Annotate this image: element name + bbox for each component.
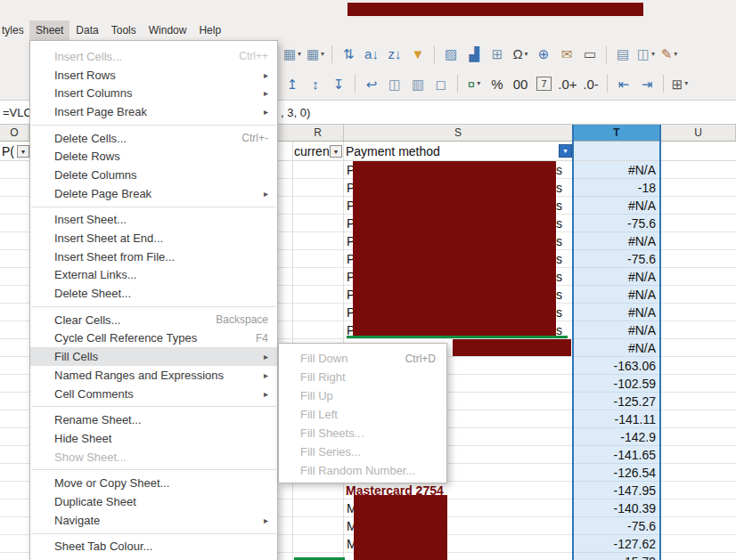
- sort-ascending-icon[interactable]: a↓: [361, 44, 382, 65]
- freeze-panes-icon[interactable]: ◫▾: [635, 44, 657, 65]
- cell-t17[interactable]: -142.9: [573, 428, 661, 446]
- headers-footers-icon[interactable]: ▤: [612, 44, 634, 65]
- merge-cells-icon[interactable]: ▥: [407, 73, 429, 94]
- submenu-item-fill-sheets[interactable]: Fill Sheets...: [279, 424, 446, 442]
- menubar-item-tyles[interactable]: tyles: [0, 20, 29, 40]
- column-header-t[interactable]: T: [573, 125, 661, 141]
- autofilter-icon[interactable]: ▼: [407, 44, 429, 65]
- format-number-icon[interactable]: 00: [510, 73, 531, 94]
- merge-center-cells-icon[interactable]: ◫: [384, 73, 405, 94]
- cell-t14[interactable]: -102.59: [573, 375, 661, 393]
- cell-t21[interactable]: -140.39: [573, 499, 661, 517]
- cell-t5[interactable]: -75.6: [573, 215, 661, 232]
- menubar-item-window[interactable]: Window: [143, 20, 193, 40]
- menu-item-delete-columns[interactable]: Delete Columns: [30, 166, 277, 184]
- cell-t6[interactable]: #N/A: [573, 232, 661, 250]
- autofilter-dropdown-icon[interactable]: ▼: [17, 145, 29, 158]
- pivot-table-icon[interactable]: ⊞: [487, 44, 508, 65]
- cell-t23[interactable]: -127.62: [573, 535, 661, 553]
- insert-image-icon[interactable]: ▨: [440, 44, 462, 65]
- submenu-item-fill-up[interactable]: Fill Up: [279, 386, 446, 405]
- menu-item-hide-sheet[interactable]: Hide Sheet: [30, 429, 277, 448]
- format-currency-icon[interactable]: ¤▾: [463, 73, 485, 94]
- menu-item-insert-sheet[interactable]: Insert Sheet...: [30, 211, 277, 230]
- menu-item-duplicate-sheet[interactable]: Duplicate Sheet: [30, 492, 277, 511]
- borders-icon[interactable]: ⊞▾: [669, 73, 691, 94]
- insert-text-box-icon[interactable]: ▭: [579, 44, 601, 65]
- submenu-item-fill-series[interactable]: Fill Series...: [279, 442, 446, 461]
- special-character-icon[interactable]: Ω▾: [510, 44, 531, 65]
- menu-item-delete-cells[interactable]: Delete Cells...Ctrl+-: [30, 129, 277, 148]
- cell-t11[interactable]: #N/A: [573, 321, 661, 339]
- column-header-s[interactable]: S: [344, 125, 573, 141]
- menu-item-cell-comments[interactable]: Cell Comments▸: [30, 385, 277, 403]
- cell-r1[interactable]: currenc ▼: [292, 142, 344, 161]
- draw-functions-icon[interactable]: ✎▾: [658, 44, 680, 65]
- cell-t15[interactable]: -125.27: [573, 393, 661, 410]
- menu-item-clear-cells[interactable]: Clear Cells...Backspace: [30, 311, 277, 329]
- menu-item-sheet-events[interactable]: Sheet Events...: [30, 556, 277, 560]
- menu-item-sheet-tab-colour[interactable]: Sheet Tab Colour...: [30, 538, 277, 556]
- cell-t9[interactable]: #N/A: [573, 286, 661, 304]
- cell-t3[interactable]: -18: [573, 179, 661, 197]
- increase-indent-icon[interactable]: ⇥: [636, 73, 658, 94]
- submenu-item-fill-random-number[interactable]: Fill Random Number...: [279, 461, 446, 480]
- cell-t24[interactable]: -15.79: [573, 553, 661, 560]
- menu-item-insert-columns[interactable]: Insert Columns▸: [30, 84, 277, 102]
- menu-item-delete-sheet[interactable]: Delete Sheet...: [30, 284, 277, 303]
- menubar-item-help[interactable]: Help: [192, 20, 227, 40]
- menu-item-show-sheet[interactable]: Show Sheet...: [30, 448, 277, 467]
- cell-t19[interactable]: -126.54: [573, 464, 661, 482]
- align-top-icon[interactable]: ↥: [282, 73, 303, 94]
- menu-item-rename-sheet[interactable]: Rename Sheet...: [30, 410, 277, 429]
- cell-t12[interactable]: #N/A: [573, 339, 661, 357]
- column-header-u[interactable]: U: [661, 125, 736, 141]
- autofilter-dropdown-icon[interactable]: ▼: [330, 145, 342, 158]
- menu-item-delete-rows[interactable]: Delete Rows: [30, 147, 277, 166]
- cell-t20[interactable]: -147.95: [573, 482, 661, 499]
- sort-icon[interactable]: ⇅: [338, 44, 359, 65]
- decrease-indent-icon[interactable]: ⇤: [613, 73, 634, 94]
- insert-comment-icon[interactable]: ✉: [556, 44, 577, 65]
- align-bottom-icon[interactable]: ↧: [328, 73, 349, 94]
- delete-decimal-icon[interactable]: .0-: [580, 73, 601, 94]
- cell-t16[interactable]: -141.11: [573, 410, 661, 428]
- menu-item-insert-page-break[interactable]: Insert Page Break▸: [30, 102, 277, 121]
- cell-t2[interactable]: #N/A: [573, 161, 661, 179]
- menu-item-fill-cells[interactable]: Fill Cells▸: [30, 347, 277, 366]
- menu-item-cycle-cell-reference-types[interactable]: Cycle Cell Reference TypesF4: [30, 329, 277, 348]
- format-percent-icon[interactable]: %: [487, 73, 508, 94]
- table-columns-icon[interactable]: ▦▾: [305, 44, 326, 65]
- cell-t10[interactable]: #N/A: [573, 304, 661, 321]
- menu-item-external-links[interactable]: External Links...: [30, 266, 277, 285]
- sort-descending-icon[interactable]: z↓: [384, 44, 405, 65]
- unmerge-cells-icon[interactable]: ◻: [430, 73, 452, 94]
- format-date-icon[interactable]: 7: [536, 77, 552, 91]
- cell-o1[interactable]: P( ▼: [0, 142, 29, 161]
- cell-t4[interactable]: #N/A: [573, 197, 661, 215]
- center-vertically-icon[interactable]: ↕: [305, 73, 326, 94]
- menubar-item-sheet[interactable]: Sheet: [29, 20, 70, 40]
- menu-item-navigate[interactable]: Navigate▸: [30, 511, 277, 530]
- column-header-o[interactable]: O: [0, 125, 29, 141]
- cell-t22[interactable]: -75.6: [573, 517, 661, 535]
- menu-item-insert-cells[interactable]: Insert Cells...Ctrl++: [30, 47, 277, 66]
- submenu-item-fill-left[interactable]: Fill Left: [279, 405, 446, 424]
- autofilter-active-dropdown-icon[interactable]: ▼: [559, 144, 572, 158]
- menu-item-move-or-copy-sheet[interactable]: Move or Copy Sheet...: [30, 474, 277, 492]
- menu-item-named-ranges-and-expressions[interactable]: Named Ranges and Expressions▸: [30, 366, 277, 385]
- menu-item-delete-page-break[interactable]: Delete Page Break▸: [30, 184, 277, 203]
- cell-t8[interactable]: #N/A: [573, 268, 661, 286]
- menu-item-insert-sheet-from-file[interactable]: Insert Sheet from File...: [30, 248, 277, 266]
- submenu-item-fill-right[interactable]: Fill Right: [279, 368, 446, 386]
- submenu-item-fill-down[interactable]: Fill DownCtrl+D: [279, 349, 446, 368]
- cell-t7[interactable]: -75.6: [573, 250, 661, 268]
- menu-item-insert-sheet-at-end[interactable]: Insert Sheet at End...: [30, 229, 277, 248]
- cell-s1-payment-method[interactable]: Payment method ▼: [344, 142, 573, 161]
- menubar-item-tools[interactable]: Tools: [105, 20, 143, 40]
- insert-chart-icon[interactable]: ▟: [463, 44, 485, 65]
- cell-t18[interactable]: -141.65: [573, 446, 661, 464]
- hyperlink-icon[interactable]: ⊕: [533, 44, 554, 65]
- wrap-text-icon[interactable]: ↩: [361, 73, 382, 94]
- add-decimal-icon[interactable]: .0+: [557, 73, 578, 94]
